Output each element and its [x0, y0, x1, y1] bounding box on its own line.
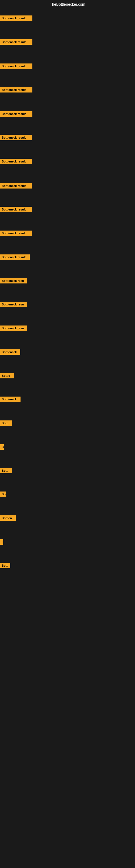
bottleneck-badge-13: Bottleneck resu [0, 302, 27, 307]
bottleneck-badge-21: Bo [0, 492, 6, 497]
bottleneck-badge-24: Bott [0, 563, 10, 568]
bottleneck-badge-8: Bottleneck result [0, 183, 32, 188]
bottleneck-badge-19: B [0, 444, 4, 450]
bottleneck-badge-4: Bottleneck result [0, 87, 32, 93]
bottleneck-badge-9: Bottleneck result [0, 207, 32, 212]
bottleneck-badge-1: Bottleneck result [0, 16, 32, 21]
bottleneck-badge-23: | [0, 539, 3, 545]
bottleneck-badge-14: Bottleneck resu [0, 326, 27, 331]
bottleneck-badge-11: Bottleneck result [0, 254, 30, 260]
bottleneck-badge-7: Bottleneck result [0, 159, 32, 164]
bottleneck-badge-12: Bottleneck resu [0, 278, 27, 283]
bottleneck-badge-18: Bottl [0, 421, 12, 426]
bottleneck-badge-5: Bottleneck result [0, 111, 32, 117]
bottleneck-badge-16: Bottle [0, 373, 14, 378]
site-title-text: TheBottlenecker.com [0, 0, 135, 9]
badges-container: Bottleneck resultBottleneck resultBottle… [0, 0, 135, 868]
bottleneck-badge-20: Bottl [0, 468, 12, 473]
bottleneck-badge-22: Bottlen [0, 516, 16, 521]
bottleneck-badge-2: Bottleneck result [0, 39, 32, 45]
bottleneck-badge-10: Bottleneck result [0, 230, 32, 236]
bottleneck-badge-15: Bottleneck [0, 349, 20, 355]
bottleneck-badge-3: Bottleneck result [0, 63, 32, 69]
bottleneck-badge-6: Bottleneck result [0, 135, 32, 140]
bottleneck-badge-17: Bottleneck [0, 397, 20, 402]
